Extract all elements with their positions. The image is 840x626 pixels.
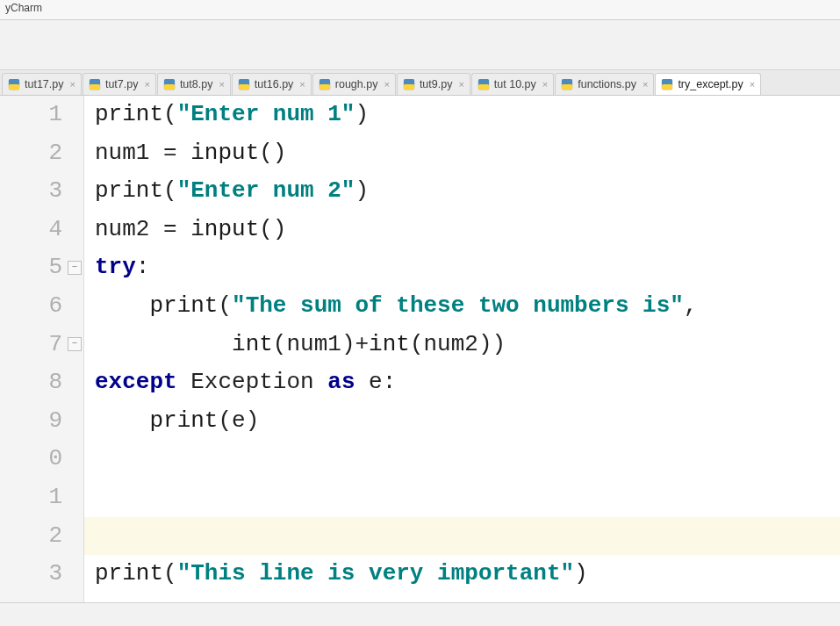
close-icon[interactable]: × <box>750 79 755 90</box>
editor: 12345−67−890123 print("Enter num 1")num1… <box>0 96 840 603</box>
identifier: e <box>232 407 246 434</box>
editor-tab-tut17-py[interactable]: tut17.py× <box>2 73 82 95</box>
string-literal: "Enter num 2" <box>177 177 355 204</box>
code-line-5[interactable]: try: <box>84 248 840 287</box>
line-number-gutter: 12345−67−890123 <box>0 96 84 602</box>
editor-tab-tut8-py[interactable]: tut8.py× <box>157 73 231 95</box>
app-title: yCharm <box>0 0 840 20</box>
python-file-icon <box>8 78 20 90</box>
identifier: num2 <box>95 216 149 242</box>
svg-rect-9 <box>319 84 330 90</box>
builtin-print: print <box>95 177 163 204</box>
code-line-1[interactable]: print("Enter num 1") <box>84 96 840 134</box>
builtin-print: print <box>149 407 218 434</box>
code-line-6[interactable]: print("The sum of these two numbers is", <box>84 287 840 326</box>
close-icon[interactable]: × <box>384 79 389 90</box>
close-icon[interactable]: × <box>219 79 224 90</box>
tab-label: tut 10.py <box>494 78 536 90</box>
fold-toggle-icon[interactable]: − <box>68 337 82 351</box>
close-icon[interactable]: × <box>458 79 463 90</box>
identifier: num1 <box>95 140 149 166</box>
line-number: 6 <box>0 287 83 326</box>
line-number: 2 <box>0 134 83 173</box>
keyword-except: except <box>95 369 177 395</box>
line-number: 0 <box>0 440 83 478</box>
line-number: 1 <box>0 478 83 517</box>
builtin-print: print <box>95 101 163 127</box>
svg-rect-5 <box>164 84 175 90</box>
code-line-3[interactable]: print("Enter num 2") <box>84 172 840 211</box>
tab-label: rough.py <box>335 78 378 90</box>
fold-toggle-icon[interactable]: − <box>68 261 82 275</box>
editor-tab-tut-10-py[interactable]: tut 10.py× <box>471 73 554 95</box>
code-line-10[interactable] <box>84 440 840 478</box>
builtin-print: print <box>149 292 218 319</box>
string-literal: "The sum of these two numbers is" <box>232 292 684 319</box>
svg-rect-1 <box>9 84 19 90</box>
tab-label: try_except.py <box>678 78 743 90</box>
code-line-4[interactable]: num2 = input() <box>84 211 840 249</box>
builtin-int: int <box>232 331 273 357</box>
python-file-icon <box>403 78 415 90</box>
python-file-icon <box>89 78 101 90</box>
code-line-7[interactable]: int(num1)+int(num2)) <box>84 326 840 364</box>
python-file-icon <box>319 78 331 90</box>
svg-rect-17 <box>662 84 672 90</box>
python-file-icon <box>477 78 490 90</box>
editor-tab-tut7-py[interactable]: tut7.py× <box>83 73 156 95</box>
code-line-11[interactable] <box>84 478 840 517</box>
builtin-int: int <box>369 331 410 357</box>
code-line-2[interactable]: num1 = input() <box>84 134 840 173</box>
editor-tab-try_except-py[interactable]: try_except.py× <box>655 73 761 95</box>
line-number: 8 <box>0 363 83 402</box>
builtin-print: print <box>95 560 163 586</box>
close-icon[interactable]: × <box>299 79 305 90</box>
line-number: 2 <box>0 517 83 556</box>
close-icon[interactable]: × <box>144 79 149 90</box>
tab-label: tut8.py <box>180 78 213 90</box>
line-number: 3 <box>0 172 83 211</box>
tab-label: functions.py <box>578 78 636 90</box>
code-line-9[interactable]: print(e) <box>84 402 840 441</box>
toolbar-area <box>0 20 840 70</box>
string-literal: "Enter num 1" <box>177 101 355 127</box>
line-number: 9 <box>0 402 83 441</box>
code-line-12[interactable] <box>84 517 840 556</box>
editor-tab-functions-py[interactable]: functions.py× <box>555 73 654 95</box>
python-file-icon <box>163 78 176 90</box>
line-number: 3 <box>0 555 83 594</box>
identifier: e <box>369 369 383 395</box>
editor-tabbar: tut17.py×tut7.py×tut8.py×tut16.py×rough.… <box>0 70 840 96</box>
svg-rect-13 <box>478 84 489 90</box>
line-number: 5− <box>0 248 83 287</box>
line-number: 1 <box>0 96 83 134</box>
builtin-input: input <box>190 140 259 166</box>
close-icon[interactable]: × <box>542 79 548 90</box>
builtin-input: input <box>190 216 259 242</box>
identifier: num1 <box>286 331 341 357</box>
svg-rect-15 <box>562 84 572 90</box>
code-line-8[interactable]: except Exception as e: <box>84 363 840 402</box>
keyword-try: try <box>95 254 136 280</box>
string-literal: "This line is very important" <box>177 560 574 586</box>
tab-label: tut9.py <box>420 78 453 90</box>
line-number: 7− <box>0 326 83 364</box>
svg-rect-7 <box>239 84 249 90</box>
editor-tab-tut16-py[interactable]: tut16.py× <box>232 73 312 95</box>
svg-rect-3 <box>90 84 100 90</box>
editor-tab-tut9-py[interactable]: tut9.py× <box>397 73 470 95</box>
python-file-icon <box>238 78 250 90</box>
code-area[interactable]: print("Enter num 1")num1 = input()print(… <box>84 96 840 602</box>
close-icon[interactable]: × <box>643 79 648 90</box>
code-line-13[interactable]: print("This line is very important") <box>84 555 840 594</box>
svg-rect-11 <box>404 84 414 90</box>
keyword-as: as <box>327 369 355 395</box>
close-icon[interactable]: × <box>69 79 75 90</box>
editor-tab-rough-py[interactable]: rough.py× <box>312 73 396 95</box>
tab-label: tut7.py <box>105 78 139 90</box>
status-bar <box>0 603 840 626</box>
tab-label: tut16.py <box>255 78 293 90</box>
class-name: Exception <box>190 369 313 395</box>
identifier: num2 <box>424 331 478 357</box>
line-number: 4 <box>0 211 83 249</box>
